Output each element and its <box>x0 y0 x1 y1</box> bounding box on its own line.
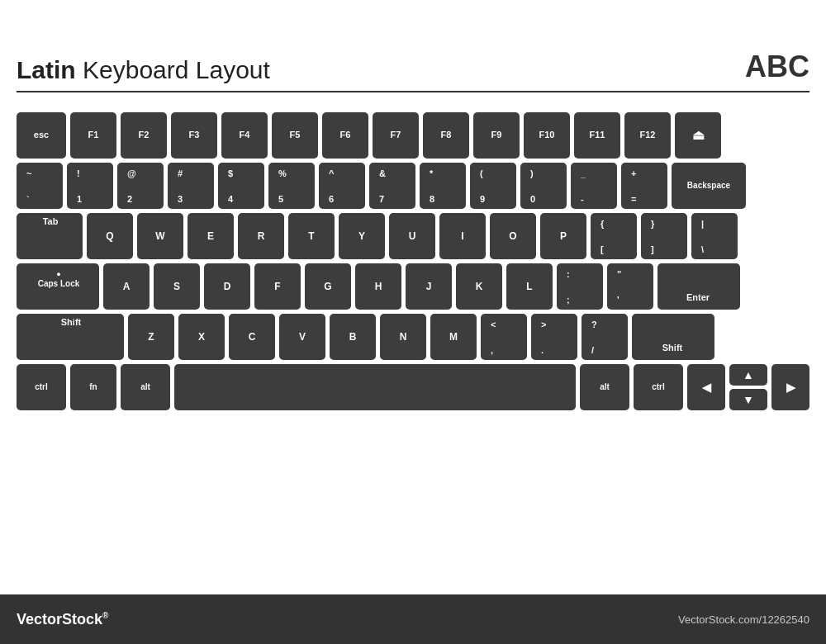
abc-label: ABC <box>745 50 809 84</box>
vectorstock-logo: VectorStock® <box>17 611 108 628</box>
key-f[interactable]: F <box>254 263 301 310</box>
key-o[interactable]: O <box>490 213 536 259</box>
key-7[interactable]: &7 <box>369 163 415 209</box>
key-u[interactable]: U <box>389 213 435 259</box>
key-enter[interactable]: Enter <box>657 263 740 310</box>
key-w[interactable]: W <box>137 213 183 259</box>
key-0[interactable]: )0 <box>520 163 567 209</box>
key-f3[interactable]: F3 <box>171 112 217 159</box>
key-comma[interactable]: <, <box>481 314 527 360</box>
key-row-2: ~` !1 @2 #3 $4 %5 ^6 &7 *8 (9 )0 _- += B… <box>17 163 809 209</box>
logo-text: VectorStock <box>17 611 102 627</box>
key-s[interactable]: S <box>154 263 200 310</box>
key-ctrl-right[interactable]: ctrl <box>634 364 683 410</box>
key-row-4: ● Caps Lock A S D F G H J K L :; "' Ente… <box>17 263 809 310</box>
key-arrow-up[interactable]: ▲ <box>729 364 767 386</box>
key-lbracket[interactable]: {[ <box>591 213 637 259</box>
key-backspace[interactable]: Backspace <box>672 163 746 209</box>
key-5[interactable]: %5 <box>268 163 315 209</box>
key-f9[interactable]: F9 <box>473 112 520 159</box>
key-arrow-down[interactable]: ▼ <box>729 389 767 410</box>
key-f5[interactable]: F5 <box>272 112 318 159</box>
key-arrow-left[interactable]: ◀ <box>687 364 725 410</box>
key-f7[interactable]: F7 <box>373 112 419 159</box>
key-row-5: Shift Z X C V B N M <, >. ?/ Shift <box>17 314 809 360</box>
key-quote[interactable]: "' <box>607 263 653 310</box>
key-tilde[interactable]: ~` <box>17 163 63 209</box>
key-h[interactable]: H <box>355 263 401 310</box>
arrow-up-down-group: ▲ ▼ <box>729 364 767 410</box>
key-equals[interactable]: += <box>621 163 667 209</box>
key-capslock[interactable]: ● Caps Lock <box>17 263 99 310</box>
key-n[interactable]: N <box>380 314 426 360</box>
registered-symbol: ® <box>102 611 108 620</box>
key-f12[interactable]: F12 <box>624 112 671 159</box>
key-row-1: esc F1 F2 F3 F4 F5 F6 F7 F8 F9 F10 F11 F… <box>17 112 809 159</box>
key-semicolon[interactable]: :; <box>557 263 603 310</box>
key-esc[interactable]: esc <box>17 112 66 159</box>
key-space[interactable] <box>174 364 576 410</box>
key-alt-left[interactable]: alt <box>121 364 170 410</box>
key-f4[interactable]: F4 <box>221 112 268 159</box>
key-ctrl-left[interactable]: ctrl <box>17 364 66 410</box>
key-f10[interactable]: F10 <box>524 112 570 159</box>
key-2[interactable]: @2 <box>117 163 164 209</box>
key-3[interactable]: #3 <box>168 163 214 209</box>
key-t[interactable]: T <box>288 213 335 259</box>
key-a[interactable]: A <box>103 263 150 310</box>
title-rest: Keyboard Layout <box>76 56 270 83</box>
key-shift-right[interactable]: Shift <box>632 314 714 360</box>
key-f8[interactable]: F8 <box>423 112 469 159</box>
key-9[interactable]: (9 <box>470 163 516 209</box>
key-shift-left[interactable]: Shift <box>17 314 124 360</box>
key-alt-right[interactable]: alt <box>580 364 629 410</box>
key-r[interactable]: R <box>238 213 284 259</box>
key-fn[interactable]: fn <box>70 364 116 410</box>
key-k[interactable]: K <box>456 263 502 310</box>
key-8[interactable]: *8 <box>420 163 466 209</box>
key-y[interactable]: Y <box>339 213 385 259</box>
key-4[interactable]: $4 <box>218 163 264 209</box>
key-d[interactable]: D <box>204 263 250 310</box>
title-bold: Latin <box>17 56 76 83</box>
key-p[interactable]: P <box>540 213 586 259</box>
key-period[interactable]: >. <box>531 314 577 360</box>
key-j[interactable]: J <box>406 263 452 310</box>
key-e[interactable]: E <box>188 213 234 259</box>
key-l[interactable]: L <box>506 263 553 310</box>
title-section: Latin Keyboard Layout ABC <box>17 50 809 92</box>
key-b[interactable]: B <box>330 314 376 360</box>
key-rbracket[interactable]: }] <box>641 213 687 259</box>
key-arrow-right[interactable]: ▶ <box>771 364 809 410</box>
key-backslash[interactable]: |\ <box>691 213 738 259</box>
key-i[interactable]: I <box>439 213 486 259</box>
key-f6[interactable]: F6 <box>322 112 368 159</box>
page-title: Latin Keyboard Layout <box>17 56 270 84</box>
key-tab[interactable]: Tab <box>17 213 83 259</box>
key-f11[interactable]: F11 <box>574 112 620 159</box>
footer-bar: VectorStock® VectorStock.com/12262540 <box>0 594 826 644</box>
key-eject[interactable]: ⏏ <box>675 112 721 159</box>
key-f2[interactable]: F2 <box>121 112 167 159</box>
key-row-6: ctrl fn alt alt ctrl ◀ ▲ ▼ ▶ <box>17 364 809 410</box>
vectorstock-url: VectorStock.com/12262540 <box>678 613 809 626</box>
key-m[interactable]: M <box>430 314 477 360</box>
key-minus[interactable]: _- <box>571 163 617 209</box>
key-slash[interactable]: ?/ <box>582 314 628 360</box>
key-x[interactable]: X <box>178 314 225 360</box>
key-6[interactable]: ^6 <box>319 163 365 209</box>
key-c[interactable]: C <box>229 314 275 360</box>
key-f1[interactable]: F1 <box>70 112 116 159</box>
main-content: Latin Keyboard Layout ABC esc F1 F2 F3 F… <box>0 0 826 427</box>
key-g[interactable]: G <box>305 263 351 310</box>
key-1[interactable]: !1 <box>67 163 113 209</box>
keyboard: esc F1 F2 F3 F4 F5 F6 F7 F8 F9 F10 F11 F… <box>17 112 809 410</box>
key-row-3: Tab Q W E R T Y U I O P {[ }] |\ <box>17 213 809 259</box>
key-q[interactable]: Q <box>87 213 133 259</box>
key-z[interactable]: Z <box>128 314 174 360</box>
key-v[interactable]: V <box>279 314 325 360</box>
